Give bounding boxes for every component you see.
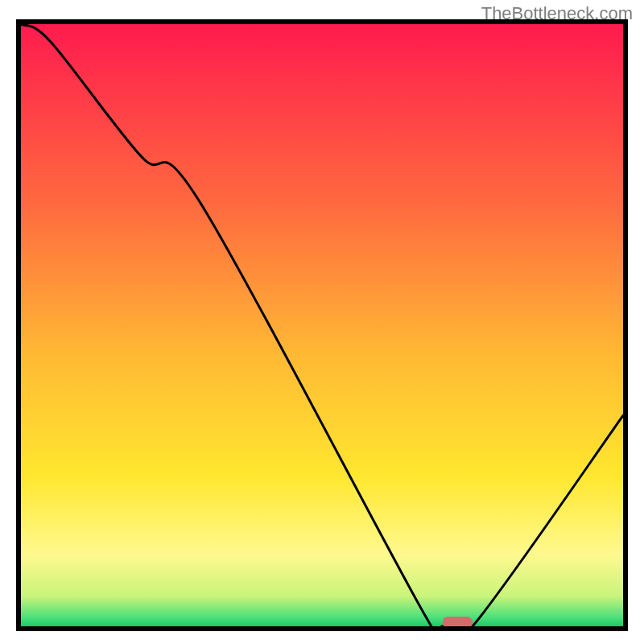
chart-canvas: [21, 24, 623, 626]
optimal-marker: [443, 617, 473, 626]
chart-background: [21, 24, 623, 626]
bottleneck-chart: [16, 19, 628, 631]
watermark-text: TheBottleneck.com: [481, 3, 633, 24]
